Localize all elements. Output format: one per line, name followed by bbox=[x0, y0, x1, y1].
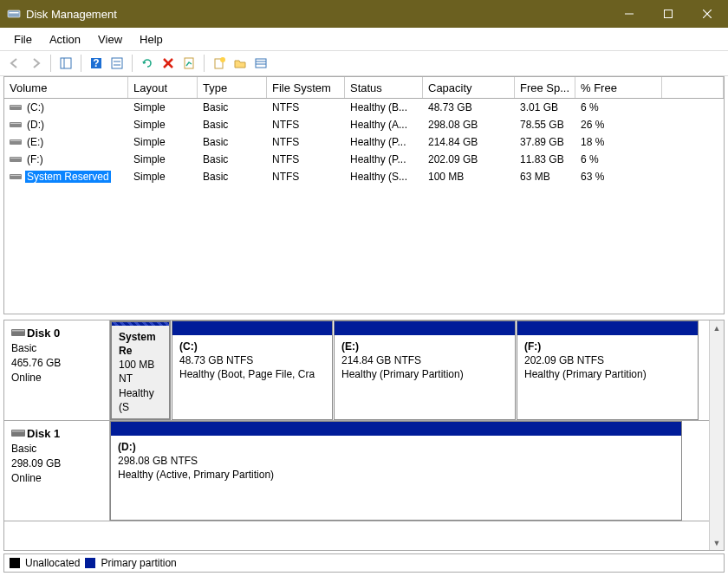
volume-type: Basic bbox=[198, 151, 267, 167]
disk-info[interactable]: Disk 1Basic298.09 GBOnline bbox=[4, 421, 110, 521]
partition-size: 298.08 GB NTFS bbox=[118, 454, 674, 468]
col-layout[interactable]: Layout bbox=[128, 77, 198, 98]
volume-type: Basic bbox=[198, 99, 267, 115]
disk-info[interactable]: Disk 0Basic465.76 GBOnline bbox=[4, 320, 110, 420]
partition-status: Healthy (Primary Partition) bbox=[524, 367, 691, 381]
volume-row[interactable]: System ReservedSimpleBasicNTFSHealthy (S… bbox=[4, 168, 724, 185]
partition-size: 100 MB NT bbox=[119, 358, 162, 385]
settings-button[interactable] bbox=[107, 54, 127, 73]
volume-fs: NTFS bbox=[267, 133, 345, 150]
forward-button[interactable] bbox=[26, 54, 45, 73]
graphical-view: Disk 0Basic465.76 GBOnlineSystem Re100 M… bbox=[3, 320, 725, 551]
volume-name: System Reserved bbox=[25, 171, 111, 183]
volume-pct: 63 % bbox=[575, 168, 662, 184]
volume-free: 78.55 GB bbox=[515, 116, 575, 133]
partition[interactable]: (F:)202.09 GB NTFSHealthy (Primary Parti… bbox=[517, 320, 699, 420]
delete-button[interactable] bbox=[159, 54, 178, 73]
window-title: Disk Management bbox=[26, 8, 609, 21]
svg-rect-28 bbox=[10, 158, 21, 159]
svg-rect-34 bbox=[12, 430, 24, 432]
volume-fs: NTFS bbox=[267, 168, 345, 184]
volume-row[interactable]: (D:)SimpleBasicNTFSHealthy (A...298.08 G… bbox=[4, 116, 724, 133]
menu-file[interactable]: File bbox=[5, 30, 41, 49]
menu-view[interactable]: View bbox=[89, 30, 131, 49]
volume-row[interactable]: (F:)SimpleBasicNTFSHealthy (P...202.09 G… bbox=[4, 151, 724, 168]
svg-rect-30 bbox=[10, 175, 21, 176]
minimize-button[interactable] bbox=[609, 0, 648, 28]
scroll-up-icon[interactable]: ▲ bbox=[713, 320, 721, 335]
legend: Unallocated Primary partition bbox=[3, 553, 725, 573]
volume-layout: Simple bbox=[128, 168, 198, 184]
show-hide-tree-button[interactable] bbox=[56, 54, 75, 73]
disk-icon bbox=[11, 428, 27, 442]
disk-row: Disk 1Basic298.09 GBOnline(D:)298.08 GB … bbox=[4, 421, 724, 521]
disk-row: Disk 0Basic465.76 GBOnlineSystem Re100 M… bbox=[4, 320, 724, 421]
volume-name: (C:) bbox=[25, 101, 46, 113]
toolbar: ? bbox=[0, 50, 728, 76]
svg-rect-27 bbox=[10, 157, 22, 162]
title-bar: Disk Management bbox=[0, 0, 728, 28]
volume-list-header: Volume Layout Type File System Status Ca… bbox=[4, 77, 724, 99]
volume-fs: NTFS bbox=[267, 151, 345, 167]
col-capacity[interactable]: Capacity bbox=[423, 77, 515, 98]
volume-type: Basic bbox=[198, 116, 267, 133]
legend-primary-swatch bbox=[85, 558, 95, 568]
properties-button[interactable] bbox=[179, 54, 198, 73]
svg-point-17 bbox=[220, 57, 225, 62]
partition-label: (C:) bbox=[179, 340, 325, 353]
svg-rect-3 bbox=[664, 10, 672, 18]
refresh-button[interactable] bbox=[138, 54, 157, 73]
open-button[interactable] bbox=[231, 54, 250, 73]
vertical-scrollbar[interactable]: ▲ ▼ bbox=[709, 320, 724, 550]
list-button[interactable] bbox=[251, 54, 270, 73]
menu-action[interactable]: Action bbox=[41, 30, 89, 49]
close-button[interactable] bbox=[687, 0, 726, 28]
volume-fs: NTFS bbox=[267, 116, 345, 133]
col-type[interactable]: Type bbox=[198, 77, 267, 98]
col-pct-free[interactable]: % Free bbox=[575, 77, 662, 98]
disk-type: Basic bbox=[11, 342, 36, 354]
volume-layout: Simple bbox=[128, 151, 198, 167]
col-filesystem[interactable]: File System bbox=[267, 77, 345, 98]
col-free[interactable]: Free Sp... bbox=[515, 77, 575, 98]
help-button[interactable]: ? bbox=[87, 54, 106, 73]
new-button[interactable] bbox=[210, 54, 229, 73]
disk-status: Online bbox=[11, 472, 42, 484]
partition[interactable]: System Re100 MB NTHealthy (S bbox=[110, 320, 171, 420]
col-status[interactable]: Status bbox=[345, 77, 423, 98]
volume-name: (F:) bbox=[25, 153, 45, 165]
svg-rect-24 bbox=[10, 123, 21, 124]
partition[interactable]: (D:)298.08 GB NTFSHealthy (Active, Prima… bbox=[110, 421, 682, 521]
volume-icon bbox=[10, 103, 22, 112]
volume-row[interactable]: (C:)SimpleBasicNTFSHealthy (B...48.73 GB… bbox=[4, 99, 724, 116]
svg-rect-23 bbox=[10, 122, 22, 127]
partition[interactable]: (C:)48.73 GB NTFSHealthy (Boot, Page Fil… bbox=[172, 320, 333, 420]
menu-help[interactable]: Help bbox=[131, 30, 172, 49]
partition[interactable]: (E:)214.84 GB NTFSHealthy (Primary Parti… bbox=[334, 320, 516, 420]
volume-pct: 6 % bbox=[575, 99, 662, 115]
volume-pct: 26 % bbox=[575, 116, 662, 133]
volume-capacity: 298.08 GB bbox=[423, 116, 515, 133]
partition-status: Healthy (Active, Primary Partition) bbox=[118, 468, 674, 482]
maximize-button[interactable] bbox=[648, 0, 687, 28]
svg-rect-26 bbox=[10, 140, 21, 141]
volume-status: Healthy (S... bbox=[345, 168, 423, 184]
volume-pct: 6 % bbox=[575, 151, 662, 167]
scroll-down-icon[interactable]: ▼ bbox=[713, 535, 721, 550]
partition-size: 202.09 GB NTFS bbox=[524, 353, 691, 367]
partition-size: 214.84 GB NTFS bbox=[341, 353, 508, 367]
volume-layout: Simple bbox=[128, 133, 198, 150]
svg-rect-22 bbox=[10, 106, 21, 107]
back-button[interactable] bbox=[5, 54, 24, 73]
volume-status: Healthy (A... bbox=[345, 116, 423, 133]
app-icon bbox=[7, 7, 21, 21]
volume-free: 3.01 GB bbox=[515, 99, 575, 115]
volume-list-body[interactable]: (C:)SimpleBasicNTFSHealthy (B...48.73 GB… bbox=[4, 99, 724, 314]
col-volume[interactable]: Volume bbox=[4, 77, 128, 98]
volume-name: (D:) bbox=[25, 119, 46, 131]
volume-icon bbox=[10, 120, 22, 129]
volume-row[interactable]: (E:)SimpleBasicNTFSHealthy (P...214.84 G… bbox=[4, 133, 724, 151]
disk-status: Online bbox=[11, 372, 42, 384]
volume-type: Basic bbox=[198, 168, 267, 184]
svg-rect-29 bbox=[10, 174, 22, 179]
